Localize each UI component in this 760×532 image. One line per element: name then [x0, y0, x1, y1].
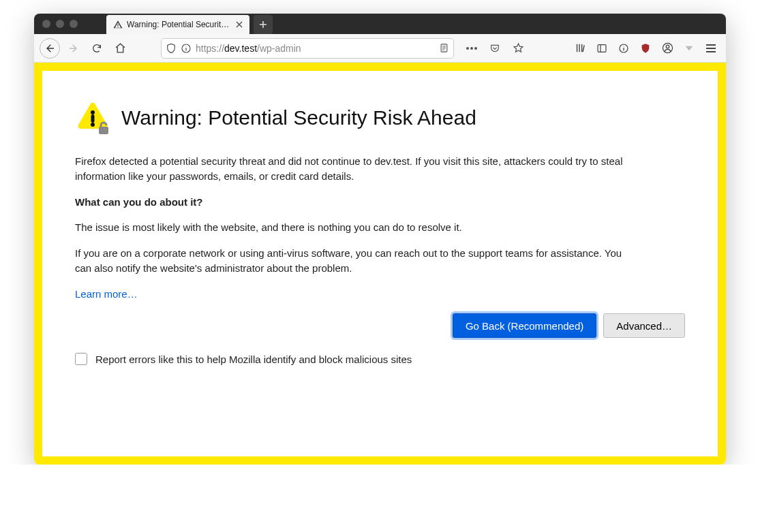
toolbar-right: [571, 39, 720, 58]
learn-more-link[interactable]: Learn more…: [75, 288, 138, 300]
warning-triangle-icon: [75, 101, 109, 135]
viewport: Warning: Potential Security Risk Ahead F…: [34, 63, 726, 465]
info-icon[interactable]: [181, 43, 192, 54]
page-title: Warning: Potential Security Risk Ahead: [121, 106, 476, 129]
tabstrip: Warning: Potential Security Risk: [106, 14, 726, 34]
window-controls: [34, 20, 106, 28]
url-text: https://dev.test/wp-admin: [196, 43, 435, 54]
svg-point-3: [470, 47, 473, 50]
svg-rect-5: [598, 44, 606, 52]
page-actions-button[interactable]: [462, 39, 481, 58]
tab-title: Warning: Potential Security Risk: [127, 20, 230, 29]
subheading: What can you do about it?: [75, 196, 203, 208]
page-body: Firefox detected a potential security th…: [75, 154, 641, 301]
home-button[interactable]: [110, 39, 130, 58]
pocket-icon[interactable]: [485, 39, 504, 58]
svg-rect-10: [91, 114, 95, 123]
error-page: Warning: Potential Security Risk Ahead F…: [42, 71, 718, 456]
titlebar: Warning: Potential Security Risk: [34, 14, 726, 34]
reload-button[interactable]: [87, 39, 106, 58]
advice-1: The issue is most likely with the websit…: [75, 220, 641, 235]
ublock-icon[interactable]: [636, 39, 655, 58]
browser-window: Warning: Potential Security Risk: [34, 14, 726, 465]
close-tab-button[interactable]: [234, 20, 244, 29]
url-bar[interactable]: https://dev.test/wp-admin: [161, 38, 454, 59]
extension-info-icon[interactable]: [614, 39, 633, 58]
go-back-button[interactable]: Go Back (Recommended): [453, 313, 596, 338]
report-errors-label: Report errors like this to help Mozilla …: [95, 354, 412, 365]
app-menu-button[interactable]: [701, 39, 720, 58]
svg-point-8: [666, 45, 669, 48]
action-buttons: Go Back (Recommended) Advanced…: [75, 313, 685, 338]
bookmark-star-icon[interactable]: [508, 39, 528, 58]
report-errors-checkbox[interactable]: [75, 353, 87, 365]
svg-point-9: [91, 110, 95, 114]
svg-point-4: [474, 47, 477, 50]
intro-text: Firefox detected a potential security th…: [75, 154, 641, 184]
advice-2: If you are on a corporate network or usi…: [75, 246, 641, 276]
svg-point-11: [91, 123, 95, 127]
close-window-button[interactable]: [42, 20, 50, 28]
library-icon[interactable]: [571, 39, 590, 58]
warning-icon: [113, 20, 123, 29]
svg-rect-12: [99, 127, 108, 134]
tab-active[interactable]: Warning: Potential Security Risk: [106, 15, 249, 34]
minimize-window-button[interactable]: [56, 20, 64, 28]
chevron-down-icon[interactable]: [680, 39, 699, 58]
sidebar-icon[interactable]: [592, 39, 611, 58]
nav-toolbar: https://dev.test/wp-admin: [34, 34, 726, 63]
reader-mode-icon[interactable]: [439, 43, 449, 53]
advanced-button[interactable]: Advanced…: [603, 313, 685, 338]
back-button[interactable]: [40, 38, 60, 59]
forward-button[interactable]: [64, 39, 83, 58]
report-errors-row: Report errors like this to help Mozilla …: [75, 353, 685, 365]
new-tab-button[interactable]: [254, 15, 273, 34]
shield-icon[interactable]: [166, 43, 177, 54]
zoom-window-button[interactable]: [70, 20, 78, 28]
svg-point-2: [466, 47, 469, 50]
account-icon[interactable]: [658, 39, 677, 58]
page-header: Warning: Potential Security Risk Ahead: [75, 101, 685, 135]
